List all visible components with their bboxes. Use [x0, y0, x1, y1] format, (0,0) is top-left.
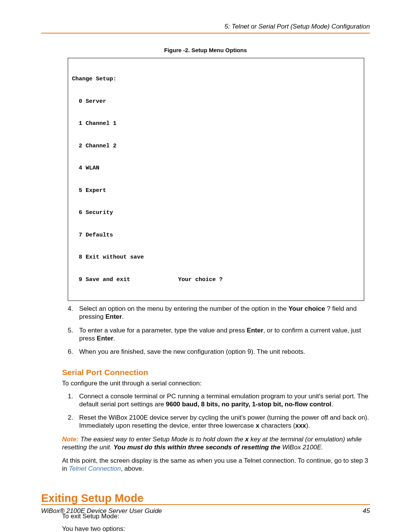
bold-text: 9600 baud, 8 bits, no parity, 1-stop bit… [166, 401, 331, 408]
step-text: To enter a value for a parameter, type t… [79, 327, 247, 334]
footer-row: WiBox® 2100E Device Server User Guide 45 [41, 507, 370, 515]
note-block: Note: The easiest way to enter Setup Mod… [62, 435, 370, 452]
bold-text: Enter [97, 335, 113, 342]
footer: WiBox® 2100E Device Server User Guide 45 [41, 504, 370, 515]
code-line: 7 Defaults [72, 232, 360, 239]
serial-after: At this point, the screen display is the… [62, 457, 370, 473]
bold-text: Your choice [288, 305, 325, 312]
code-line: 0 Server [72, 98, 360, 105]
step-number: 6. [68, 348, 73, 356]
bold-text: xxx [295, 422, 306, 429]
steps-list-a: 4. Select an option on the menu by enter… [68, 305, 370, 356]
note-text: The easiest way to enter Setup Mode is t… [78, 436, 245, 443]
code-line: Change Setup: [72, 75, 360, 83]
figure-caption: Figure -2. Setup Menu Options [41, 47, 370, 53]
header-chapter: 5: Telnet or Serial Port (Setup Mode) Co… [41, 23, 370, 30]
exiting-setup-heading: Exiting Setup Mode [41, 492, 370, 505]
step-text: Select an option on the menu by entering… [79, 305, 288, 312]
list-item: 4. Select an option on the menu by enter… [68, 305, 370, 321]
step-number: 4. [68, 305, 73, 313]
exiting-p2: You have two options: [62, 525, 370, 532]
list-item: 6. When you are finished, save the new c… [68, 348, 370, 356]
code-line: 1 Channel 1 [72, 120, 360, 128]
note-label: Note: [62, 436, 78, 443]
code-line: 5 Expert [72, 187, 360, 195]
list-item: 5. To enter a value for a parameter, typ… [68, 326, 370, 343]
page: 5: Telnet or Serial Port (Setup Mode) Co… [0, 0, 411, 532]
code-line: 4 WLAN [72, 165, 360, 172]
step-text: When you are finished, save the new conf… [79, 348, 305, 355]
step-text: . [113, 335, 115, 342]
after-text: , above. [121, 465, 144, 472]
serial-intro: To configure the unit through a serial c… [62, 379, 370, 387]
setup-menu-box: Change Setup: 0 Server 1 Channel 1 2 Cha… [68, 58, 364, 301]
header-divider [41, 33, 370, 34]
step-text: characters ( [259, 422, 295, 429]
bold-text: Enter [105, 313, 122, 320]
list-item: 1. Connect a console terminal or PC runn… [68, 392, 370, 409]
note-text: WiBox 2100E. [282, 444, 323, 451]
step-number: 1. [68, 392, 73, 400]
code-line: 2 Channel 2 [72, 142, 360, 150]
bold-text: You must do this within three seconds of… [113, 444, 282, 451]
step-text: . [331, 401, 333, 408]
code-line: 8 Exit without save [72, 254, 360, 261]
step-text: . [122, 313, 124, 320]
serial-port-heading: Serial Port Connection [62, 368, 370, 377]
step-number: 5. [68, 326, 73, 334]
list-item: 2. Reset the WiBox 2100E device server b… [68, 414, 370, 430]
page-number: 45 [363, 507, 370, 515]
code-line: 6 Security [72, 209, 360, 217]
bold-text: Enter [247, 327, 263, 334]
footer-title: WiBox® 2100E Device Server User Guide [41, 507, 162, 515]
serial-steps-list: 1. Connect a console terminal or PC runn… [68, 392, 370, 430]
step-text: ). [306, 422, 310, 429]
step-number: 2. [68, 414, 73, 422]
step-text: Reset the WiBox 2100E device server by c… [79, 414, 369, 429]
footer-divider [41, 504, 370, 505]
telnet-connection-link[interactable]: Telnet Connection [69, 465, 121, 472]
code-line: 9 Save and exit Your choice ? [72, 276, 360, 284]
